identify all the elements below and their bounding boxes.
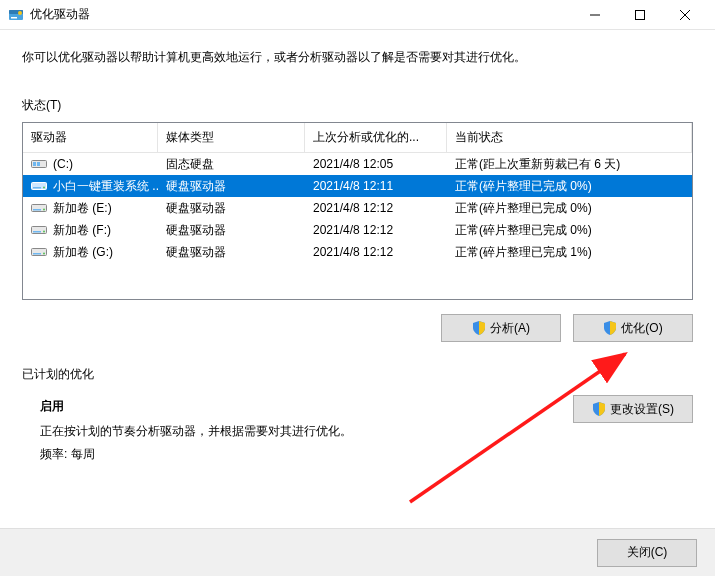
scheduled-text: 启用 正在按计划的节奏分析驱动器，并根据需要对其进行优化。 频率: 每周 — [22, 395, 352, 465]
svg-point-19 — [43, 231, 45, 233]
drive-icon — [31, 202, 47, 214]
drive-status: 正常(碎片整理已完成 0%) — [447, 198, 692, 219]
drive-name: 新加卷 (E:) — [53, 200, 112, 217]
drive-type: 硬盘驱动器 — [158, 242, 305, 263]
svg-rect-10 — [37, 162, 40, 166]
drives-grid[interactable]: 驱动器 媒体类型 上次分析或优化的... 当前状态 (C:)固态硬盘2021/4… — [22, 122, 693, 300]
app-icon — [8, 7, 24, 23]
description-text: 你可以优化驱动器以帮助计算机更高效地运行，或者分析驱动器以了解是否需要对其进行优… — [22, 48, 693, 67]
svg-rect-21 — [33, 253, 41, 255]
optimize-button[interactable]: 优化(O) — [573, 314, 693, 342]
svg-point-13 — [43, 187, 45, 189]
drive-last-analyzed: 2021/4/8 12:12 — [305, 221, 447, 239]
optimize-button-label: 优化(O) — [621, 320, 662, 337]
maximize-button[interactable] — [617, 0, 662, 30]
svg-rect-5 — [635, 10, 644, 19]
drive-status: 正常(碎片整理已完成 0%) — [447, 220, 692, 241]
content-area: 你可以优化驱动器以帮助计算机更高效地运行，或者分析驱动器以了解是否需要对其进行优… — [0, 30, 715, 476]
drive-last-analyzed: 2021/4/8 12:12 — [305, 243, 447, 261]
analyze-button[interactable]: 分析(A) — [441, 314, 561, 342]
shield-icon — [472, 321, 486, 335]
grid-body: (C:)固态硬盘2021/4/8 12:05正常(距上次重新剪裁已有 6 天)小… — [23, 153, 692, 263]
svg-rect-15 — [33, 209, 41, 211]
svg-point-3 — [18, 11, 22, 15]
scheduled-title: 启用 — [40, 395, 352, 418]
minimize-button[interactable] — [572, 0, 617, 30]
svg-rect-2 — [11, 17, 17, 19]
drive-type: 硬盘驱动器 — [158, 176, 305, 197]
drive-name: 新加卷 (G:) — [53, 244, 113, 261]
drive-icon — [31, 224, 47, 236]
drive-row[interactable]: 小白一键重装系统 ...硬盘驱动器2021/4/8 12:11正常(碎片整理已完… — [23, 175, 692, 197]
drive-last-analyzed: 2021/4/8 12:11 — [305, 177, 447, 195]
grid-header: 驱动器 媒体类型 上次分析或优化的... 当前状态 — [23, 123, 692, 153]
close-dialog-button[interactable]: 关闭(C) — [597, 539, 697, 567]
titlebar: 优化驱动器 — [0, 0, 715, 30]
scheduled-line1: 正在按计划的节奏分析驱动器，并根据需要对其进行优化。 — [40, 420, 352, 443]
drive-row[interactable]: 新加卷 (G:)硬盘驱动器2021/4/8 12:12正常(碎片整理已完成 1%… — [23, 241, 692, 263]
svg-rect-18 — [33, 231, 41, 233]
drive-name: 新加卷 (F:) — [53, 222, 111, 239]
drive-row[interactable]: 新加卷 (E:)硬盘驱动器2021/4/8 12:12正常(碎片整理已完成 0%… — [23, 197, 692, 219]
svg-rect-9 — [33, 162, 36, 166]
drive-icon — [31, 246, 47, 258]
drive-row[interactable]: (C:)固态硬盘2021/4/8 12:05正常(距上次重新剪裁已有 6 天) — [23, 153, 692, 175]
svg-point-22 — [43, 253, 45, 255]
drive-type: 硬盘驱动器 — [158, 220, 305, 241]
drive-type: 硬盘驱动器 — [158, 198, 305, 219]
column-header-last[interactable]: 上次分析或优化的... — [305, 123, 447, 152]
dialog-footer: 关闭(C) — [0, 528, 715, 576]
scheduled-line2: 频率: 每周 — [40, 443, 352, 466]
change-settings-button-label: 更改设置(S) — [610, 401, 674, 418]
svg-rect-12 — [33, 187, 41, 189]
shield-icon — [603, 321, 617, 335]
drive-icon — [31, 158, 47, 170]
drive-status: 正常(碎片整理已完成 0%) — [447, 176, 692, 197]
drive-last-analyzed: 2021/4/8 12:05 — [305, 155, 447, 173]
drive-last-analyzed: 2021/4/8 12:12 — [305, 199, 447, 217]
close-button[interactable] — [662, 0, 707, 30]
column-header-status[interactable]: 当前状态 — [447, 123, 692, 152]
shield-icon — [592, 402, 606, 416]
drive-name: (C:) — [53, 157, 73, 171]
column-header-drive[interactable]: 驱动器 — [23, 123, 158, 152]
drive-status: 正常(碎片整理已完成 1%) — [447, 242, 692, 263]
svg-point-16 — [43, 209, 45, 211]
change-settings-button[interactable]: 更改设置(S) — [573, 395, 693, 423]
drive-icon — [31, 180, 47, 192]
drive-status: 正常(距上次重新剪裁已有 6 天) — [447, 154, 692, 175]
window-controls — [572, 0, 707, 30]
grid-actions: 分析(A) 优化(O) — [22, 314, 693, 342]
analyze-button-label: 分析(A) — [490, 320, 530, 337]
column-header-type[interactable]: 媒体类型 — [158, 123, 305, 152]
window-title: 优化驱动器 — [30, 6, 572, 23]
scheduled-section: 已计划的优化 启用 正在按计划的节奏分析驱动器，并根据需要对其进行优化。 频率:… — [22, 366, 693, 465]
close-dialog-button-label: 关闭(C) — [627, 544, 668, 561]
drive-name: 小白一键重装系统 ... — [53, 178, 158, 195]
scheduled-header: 已计划的优化 — [22, 366, 693, 383]
drive-row[interactable]: 新加卷 (F:)硬盘驱动器2021/4/8 12:12正常(碎片整理已完成 0%… — [23, 219, 692, 241]
drive-type: 固态硬盘 — [158, 154, 305, 175]
status-section-label: 状态(T) — [22, 97, 693, 114]
